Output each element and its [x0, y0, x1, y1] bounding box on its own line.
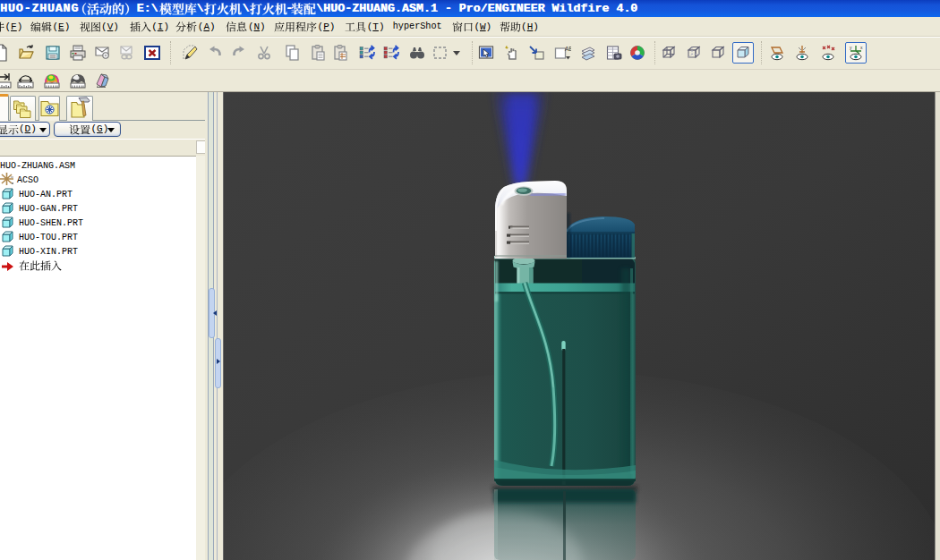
svg-text:AB: AB	[565, 46, 571, 52]
svg-text:x: x	[860, 45, 863, 50]
svg-text:y: y	[850, 45, 852, 50]
